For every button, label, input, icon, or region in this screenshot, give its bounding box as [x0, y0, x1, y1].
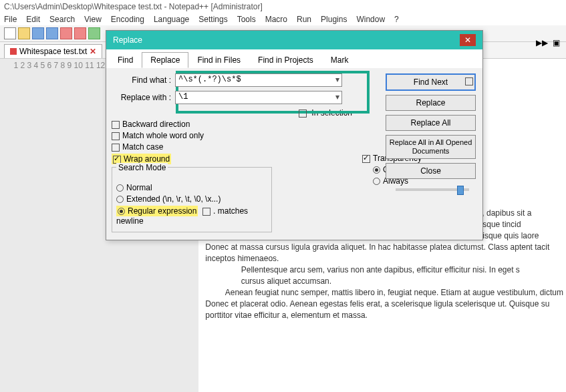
- tab-close-icon[interactable]: ✕: [90, 47, 96, 56]
- replace-button[interactable]: Replace: [386, 95, 476, 111]
- tab-find-in-files[interactable]: Find in Files: [188, 52, 249, 68]
- menu-run[interactable]: Run: [297, 15, 311, 24]
- record-icon[interactable]: ▶▶: [536, 37, 548, 49]
- whole-word-checkbox[interactable]: [112, 132, 120, 140]
- dialog-close-icon[interactable]: ✕: [460, 34, 476, 46]
- in-selection-checkbox[interactable]: [299, 110, 307, 118]
- save-icon[interactable]: [32, 27, 44, 39]
- transparency-checkbox[interactable]: [362, 155, 370, 163]
- find-next-button[interactable]: Find Next: [386, 73, 476, 91]
- menu-plugins[interactable]: Plugins: [321, 15, 347, 24]
- save-all-icon[interactable]: [46, 27, 58, 39]
- whole-word-label: Match whole word only: [122, 131, 204, 140]
- menu-macro[interactable]: Macro: [265, 15, 287, 24]
- file-modified-icon: [10, 48, 17, 55]
- on-losing-radio[interactable]: [373, 166, 380, 174]
- find-next-toggle-checkbox[interactable]: [465, 77, 473, 85]
- dialog-titlebar[interactable]: Replace ✕: [106, 31, 482, 49]
- file-tab-label: Whitespace test.txt: [19, 47, 87, 56]
- tab-replace[interactable]: Replace: [142, 52, 188, 68]
- play-icon[interactable]: ▣: [550, 37, 562, 49]
- close-all-icon[interactable]: [74, 27, 86, 39]
- replace-all-button[interactable]: Replace All: [386, 115, 476, 131]
- mode-normal-radio[interactable]: [116, 184, 124, 192]
- backward-label: Backward direction: [122, 120, 190, 129]
- close-file-icon[interactable]: [60, 27, 72, 39]
- mode-normal-label: Normal: [126, 183, 152, 192]
- mode-regex-radio[interactable]: [118, 208, 125, 215]
- find-what-input[interactable]: ^\s*(.*?)\s*$: [175, 73, 342, 87]
- search-mode-label: Search Mode: [116, 163, 168, 172]
- menu-help[interactable]: ?: [394, 15, 399, 24]
- find-what-label: Find what :: [112, 75, 175, 85]
- new-file-icon[interactable]: [4, 27, 16, 39]
- menu-window[interactable]: Window: [356, 15, 385, 24]
- mode-regex-label: Regular expression: [128, 206, 196, 216]
- replace-with-input[interactable]: \1: [175, 91, 342, 104]
- tab-mark[interactable]: Mark: [322, 52, 358, 68]
- always-radio[interactable]: [373, 178, 380, 185]
- dialog-body: Find what : ^\s*(.*?)\s*$ Replace with :…: [106, 68, 482, 240]
- mode-extended-label: Extended (\n, \r, \t, \0, \x...): [126, 194, 221, 204]
- menu-language[interactable]: Language: [154, 15, 189, 24]
- file-tab[interactable]: Whitespace test.txt ✕: [4, 44, 102, 58]
- replace-with-label: Replace with :: [112, 93, 175, 102]
- tab-find-in-projects[interactable]: Find in Projects: [249, 52, 322, 68]
- transparency-slider[interactable]: [396, 188, 469, 191]
- match-case-checkbox[interactable]: [112, 144, 120, 152]
- title-text: C:\Users\Admin\Desktop\Whitespace test.t…: [4, 2, 263, 11]
- match-case-label: Match case: [122, 142, 163, 152]
- menu-search[interactable]: Search: [49, 15, 75, 24]
- menu-tools[interactable]: Tools: [237, 15, 256, 24]
- menu-encoding[interactable]: Encoding: [111, 15, 144, 24]
- menu-edit[interactable]: Edit: [26, 15, 40, 24]
- titlebar: C:\Users\Admin\Desktop\Whitespace test.t…: [0, 0, 566, 13]
- mode-extended-radio[interactable]: [116, 196, 124, 203]
- backward-checkbox[interactable]: [112, 121, 120, 129]
- dialog-tabs: Find Replace Find in Files Find in Proje…: [106, 49, 482, 68]
- menu-file[interactable]: File: [4, 15, 17, 24]
- button-column: Find Next Replace Replace All Replace Al…: [386, 73, 476, 179]
- close-button[interactable]: Close: [386, 163, 476, 179]
- menu-settings[interactable]: Settings: [198, 15, 227, 24]
- replace-all-open-button[interactable]: Replace All in All Opened Documents: [386, 135, 476, 159]
- dialog-title: Replace: [113, 35, 142, 45]
- matches-newline-checkbox[interactable]: [202, 208, 210, 216]
- open-file-icon[interactable]: [18, 27, 30, 39]
- tab-find[interactable]: Find: [109, 52, 142, 68]
- print-icon[interactable]: [88, 27, 100, 39]
- toolbar-right: ▶▶ ▣: [536, 37, 562, 49]
- wrap-label: Wrap around: [124, 154, 170, 164]
- menubar: File Edit Search View Encoding Language …: [0, 13, 566, 25]
- replace-dialog: Replace ✕ Find Replace Find in Files Fin…: [106, 30, 483, 240]
- menu-view[interactable]: View: [84, 15, 102, 24]
